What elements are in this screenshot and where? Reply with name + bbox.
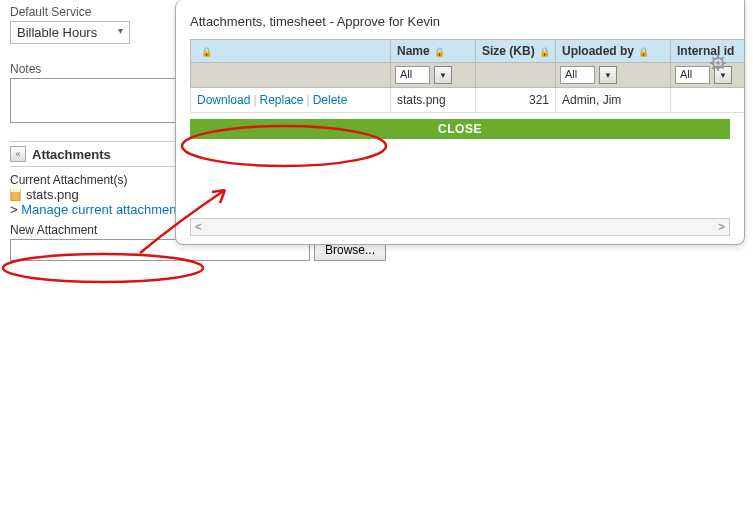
lock-icon: 🔒	[539, 47, 550, 57]
filter-uploaded-by[interactable]: All ▼	[560, 66, 617, 84]
current-attachment-filename: stats.png	[26, 187, 79, 202]
lock-icon: 🔒	[201, 47, 212, 57]
gear-icon[interactable]	[710, 55, 726, 75]
replace-link[interactable]: Replace	[260, 93, 304, 107]
row-uploaded-by: Admin, Jim	[556, 88, 671, 113]
scroll-right-icon[interactable]: >	[718, 220, 725, 234]
attachments-title: Attachments	[32, 147, 111, 162]
svg-point-3	[716, 61, 720, 65]
lock-icon: 🔒	[434, 47, 445, 57]
table-filter-row: All ▼ All ▼ All ▼	[191, 63, 746, 88]
chevron-down-icon: ▾	[118, 25, 123, 36]
filter-name[interactable]: All ▼	[395, 66, 452, 84]
lock-icon: 🔒	[638, 47, 649, 57]
manage-link-prefix: >	[10, 202, 21, 217]
horizontal-scrollbar[interactable]: < >	[190, 218, 730, 236]
scroll-left-icon[interactable]: <	[195, 220, 202, 234]
col-actions[interactable]: 🔒	[191, 40, 391, 63]
attachments-modal: Attachments, timesheet - Approve for Kev…	[175, 0, 745, 245]
delete-link[interactable]: Delete	[313, 93, 348, 107]
svg-rect-1	[11, 189, 20, 192]
default-service-select[interactable]: Billable Hours ▾	[10, 21, 130, 44]
svg-line-8	[712, 57, 714, 59]
file-icon	[10, 189, 22, 201]
row-name: stats.png	[391, 88, 476, 113]
col-size[interactable]: Size (KB)🔒	[476, 40, 556, 63]
svg-line-9	[722, 67, 724, 69]
modal-title: Attachments, timesheet - Approve for Kev…	[190, 14, 730, 29]
table-header-row: 🔒 Name🔒 Size (KB)🔒 Uploaded by🔒 Internal…	[191, 40, 746, 63]
chevron-down-icon[interactable]: ▼	[599, 66, 617, 84]
download-link[interactable]: Download	[197, 93, 250, 107]
row-internal-id	[671, 88, 746, 113]
table-row: Download|Replace|Delete stats.png 321 Ad…	[191, 88, 746, 113]
svg-line-11	[722, 57, 724, 59]
col-internal-id[interactable]: Internal id	[671, 40, 746, 63]
col-name[interactable]: Name🔒	[391, 40, 476, 63]
default-service-value: Billable Hours	[17, 25, 97, 40]
chevron-down-icon[interactable]: ▼	[434, 66, 452, 84]
svg-line-10	[712, 67, 714, 69]
col-uploaded-by[interactable]: Uploaded by🔒	[556, 40, 671, 63]
manage-attachments-link[interactable]: Manage current attachment(s)	[21, 202, 195, 217]
collapse-toggle-icon[interactable]: «	[10, 146, 26, 162]
row-size: 321	[476, 88, 556, 113]
row-actions: Download|Replace|Delete	[191, 88, 391, 113]
close-button[interactable]: CLOSE	[190, 119, 730, 139]
notes-textarea[interactable]	[10, 78, 190, 123]
attachments-table: 🔒 Name🔒 Size (KB)🔒 Uploaded by🔒 Internal…	[190, 39, 745, 113]
